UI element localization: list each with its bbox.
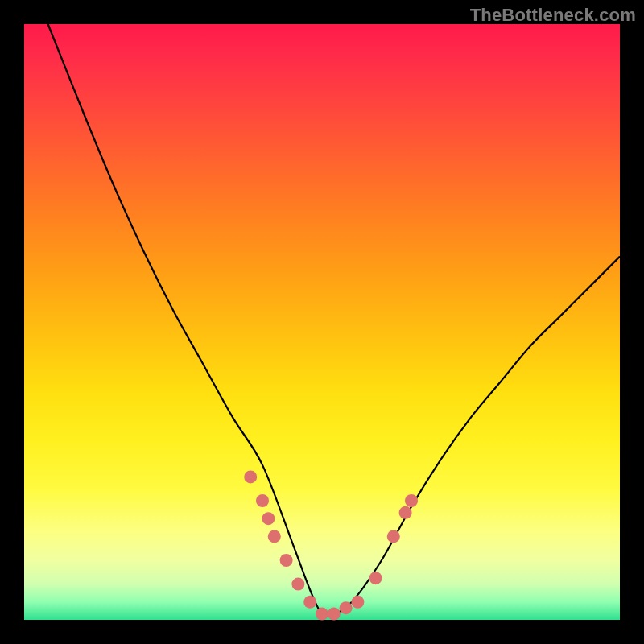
data-marker [316,608,328,621]
data-marker [369,572,382,584]
data-marker [280,554,293,567]
data-marker [328,608,341,621]
plot-area [24,24,620,620]
marker-group [244,470,418,620]
data-marker [291,578,304,591]
data-marker [340,601,353,614]
data-marker [262,512,275,525]
data-marker [405,494,418,507]
data-marker [256,494,269,507]
chart-container: TheBottleneck.com [0,0,644,644]
data-marker [399,506,412,519]
data-marker [303,596,316,609]
watermark-text: TheBottleneck.com [470,5,636,26]
data-marker [387,530,400,543]
data-marker [244,470,257,483]
chart-svg [24,24,620,620]
bottleneck-curve [48,24,620,616]
data-marker [268,530,281,543]
data-marker [351,596,364,609]
